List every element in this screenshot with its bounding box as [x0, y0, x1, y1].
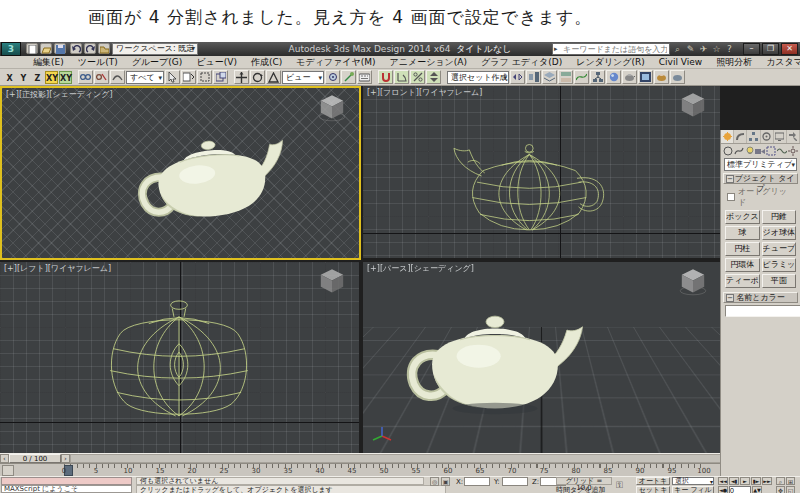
- rectangular-selection-icon[interactable]: [197, 70, 212, 84]
- time-slider-handle[interactable]: 0 / 100: [9, 454, 61, 463]
- search-input[interactable]: [552, 43, 670, 55]
- object-name-input[interactable]: [725, 305, 800, 317]
- menu-item[interactable]: 作成(C): [244, 56, 289, 69]
- viewcube-icon[interactable]: [315, 266, 349, 298]
- teapot-shaded[interactable]: [401, 286, 589, 446]
- sign-in-icon[interactable]: ✎: [684, 43, 697, 55]
- viewcube-icon[interactable]: [315, 92, 349, 124]
- key-filters-button[interactable]: キー フィルタ...: [672, 486, 714, 493]
- viewport-label[interactable]: [+][レフト][ワイヤフレーム]: [4, 263, 111, 274]
- workspace-dropdown[interactable]: ワークスペース: 既定: [112, 43, 198, 55]
- pan-icon[interactable]: ✥: [776, 486, 785, 493]
- tab-motion[interactable]: [761, 130, 774, 143]
- auto-key-button[interactable]: オートキー: [636, 477, 670, 485]
- next-frame-arrow[interactable]: ›: [61, 454, 70, 463]
- play-button[interactable]: ►: [740, 477, 750, 485]
- primitive-button[interactable]: チューブ: [762, 242, 797, 256]
- rendered-frame-icon[interactable]: [638, 70, 653, 84]
- axis-z-button[interactable]: Z: [31, 71, 44, 84]
- spinner-snap-icon[interactable]: [426, 70, 441, 84]
- axis-x-button[interactable]: X: [3, 71, 16, 84]
- favorites-star-icon[interactable]: ☆: [710, 43, 723, 55]
- cameras-icon[interactable]: [755, 146, 765, 156]
- viewport-label[interactable]: [+][パース][シェーディング]: [367, 263, 474, 274]
- selection-filter-dropdown[interactable]: すべて: [126, 71, 164, 84]
- max-logo-icon[interactable]: 3: [1, 42, 21, 56]
- current-frame-input[interactable]: [729, 486, 751, 493]
- keyboard-override-icon[interactable]: [357, 70, 372, 84]
- tab-modify[interactable]: [734, 130, 747, 143]
- snap-3d-icon[interactable]: [378, 70, 393, 84]
- viewcube-icon[interactable]: [676, 266, 710, 298]
- tab-display[interactable]: [774, 130, 787, 143]
- collapse-icon[interactable]: −: [726, 294, 734, 302]
- window-crossing-icon[interactable]: [213, 70, 228, 84]
- select-scale-icon[interactable]: [266, 70, 281, 84]
- render-setup-icon[interactable]: [622, 70, 637, 84]
- zoom-all-icon[interactable]: ⊞: [786, 477, 795, 485]
- teapot-shaded[interactable]: [127, 118, 298, 246]
- macro-recorder-field[interactable]: [1, 477, 132, 485]
- key-filter-set-dropdown[interactable]: 選択: [672, 477, 714, 485]
- menu-item[interactable]: Civil View: [652, 56, 709, 69]
- select-link-icon[interactable]: [78, 70, 93, 84]
- new-file-icon[interactable]: [26, 43, 38, 54]
- key-mode-toggle[interactable]: ◄●: [718, 486, 728, 493]
- geometry-icon[interactable]: [723, 146, 733, 156]
- primitive-button[interactable]: 球: [725, 226, 760, 240]
- menu-item[interactable]: グループ(G): [125, 56, 190, 69]
- previous-frame-button[interactable]: ◄▮: [729, 477, 739, 485]
- rollout-name-color[interactable]: − 名前とカラー: [723, 292, 798, 303]
- select-by-name-icon[interactable]: [181, 70, 196, 84]
- primitive-button[interactable]: 円錐: [762, 210, 797, 224]
- collapse-icon[interactable]: −: [726, 175, 734, 183]
- viewport-label[interactable]: [+][正投影][シェーディング]: [6, 89, 113, 100]
- minimize-button[interactable]: –: [743, 43, 760, 55]
- viewport-perspective[interactable]: [+][パース][シェーディング]: [363, 262, 720, 453]
- bind-spacewarp-icon[interactable]: [110, 70, 125, 84]
- menu-item[interactable]: グラフ エディタ(D): [474, 56, 569, 69]
- undo-icon[interactable]: [70, 43, 82, 54]
- open-file-icon[interactable]: [40, 43, 52, 54]
- communication-icon[interactable]: ✈: [697, 43, 710, 55]
- menu-item[interactable]: カスタマイズ(U): [759, 56, 800, 69]
- maximize-button[interactable]: ❐: [762, 43, 779, 55]
- project-folder-icon[interactable]: [98, 43, 110, 54]
- viewport-left[interactable]: [+][レフト][ワイヤフレーム]: [0, 262, 359, 453]
- viewport-label[interactable]: [+][フロント][ワイヤフレーム]: [367, 87, 482, 98]
- maximize-viewport-toggle-icon[interactable]: ◱: [786, 486, 795, 493]
- redo-icon[interactable]: [84, 43, 96, 54]
- tab-hierarchy[interactable]: [747, 130, 760, 143]
- mirror-icon[interactable]: [510, 70, 525, 84]
- tab-create[interactable]: [721, 130, 734, 143]
- go-to-start-button[interactable]: ◄◄: [718, 477, 728, 485]
- go-to-end-button[interactable]: ►►: [762, 477, 772, 485]
- spacewarps-icon[interactable]: [777, 146, 787, 156]
- primitive-button[interactable]: ボックス: [725, 210, 760, 224]
- layer-manager-icon[interactable]: [542, 70, 557, 84]
- search-flyout-icon[interactable]: ▸: [554, 45, 558, 53]
- menu-item[interactable]: レンダリング(R): [569, 56, 652, 69]
- primitive-button[interactable]: 平面: [762, 274, 797, 288]
- primitive-button[interactable]: 円柱: [725, 242, 760, 256]
- track-bar[interactable]: 0510152025303540455055606570758085909510…: [0, 463, 720, 476]
- rollout-object-type[interactable]: − オブジェクト タイプ: [723, 173, 798, 184]
- curve-editor-icon[interactable]: [574, 70, 589, 84]
- material-editor-icon[interactable]: [606, 70, 621, 84]
- autogrid-checkbox[interactable]: [727, 193, 735, 201]
- schematic-view-icon[interactable]: [590, 70, 605, 84]
- select-object-icon[interactable]: [165, 70, 180, 84]
- teapot-wireframe-left[interactable]: [95, 290, 263, 426]
- primitive-button[interactable]: ティーポット: [725, 274, 760, 288]
- help-icon[interactable]: ?: [723, 43, 736, 55]
- prev-frame-arrow[interactable]: ‹: [0, 454, 9, 463]
- axis-xy-snap-button[interactable]: XY: [59, 71, 72, 84]
- set-key-button[interactable]: セットキー: [636, 486, 670, 493]
- save-icon[interactable]: [54, 43, 66, 54]
- add-time-tag[interactable]: 時間タグを追加: [556, 486, 612, 493]
- primitive-button[interactable]: 円環体: [725, 258, 760, 272]
- lights-icon[interactable]: [745, 146, 755, 156]
- menu-item[interactable]: モディファイヤ(M): [289, 56, 382, 69]
- tab-utilities[interactable]: [787, 130, 800, 143]
- coordinate-system-dropdown[interactable]: ビュー: [282, 71, 324, 84]
